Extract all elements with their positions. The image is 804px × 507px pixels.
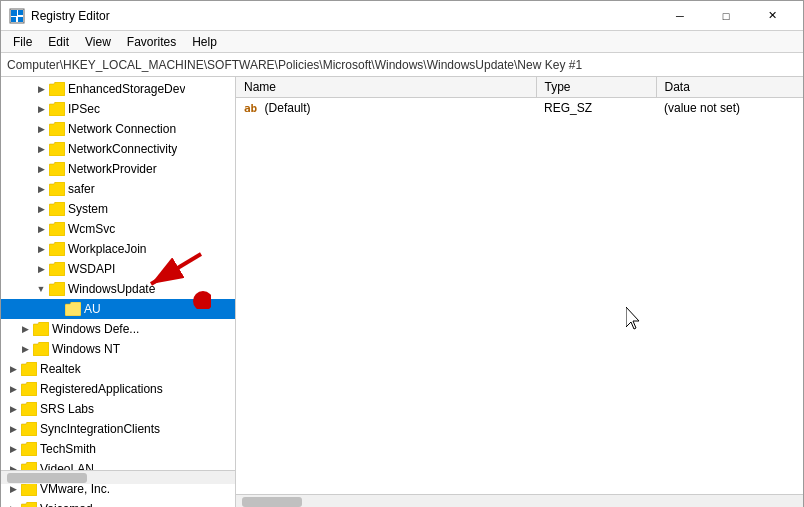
tree-item-registeredApplications[interactable]: RegisteredApplications bbox=[1, 379, 235, 399]
tree-label-networkConnection: Network Connection bbox=[68, 122, 176, 136]
menu-edit[interactable]: Edit bbox=[40, 32, 77, 52]
close-button[interactable]: ✕ bbox=[749, 1, 795, 31]
minimize-button[interactable]: ─ bbox=[657, 1, 703, 31]
folder-icon-enhancedStorageDev bbox=[49, 81, 65, 97]
tree-item-windowsDefender[interactable]: Windows Defe... bbox=[1, 319, 235, 339]
tree-item-wcmSvc[interactable]: WcmSvc bbox=[1, 219, 235, 239]
folder-icon-networkProvider bbox=[49, 161, 65, 177]
tree-label-realtek: Realtek bbox=[40, 362, 81, 376]
tree-item-ipsec[interactable]: IPSec bbox=[1, 99, 235, 119]
tree-item-srsLabs[interactable]: SRS Labs bbox=[1, 399, 235, 419]
expander-enhancedStorageDev[interactable] bbox=[33, 79, 49, 99]
col-header-type[interactable]: Type bbox=[536, 77, 656, 98]
expander-ipsec[interactable] bbox=[33, 99, 49, 119]
expander-windowsNT[interactable] bbox=[17, 339, 33, 359]
cell-data: (value not set) bbox=[656, 98, 803, 118]
title-bar: Registry Editor ─ □ ✕ bbox=[1, 1, 803, 31]
tree-label-safer: safer bbox=[68, 182, 95, 196]
tree-item-syncIntegrationClients[interactable]: SyncIntegrationClients bbox=[1, 419, 235, 439]
tree-label-networkProvider: NetworkProvider bbox=[68, 162, 157, 176]
tree-label-windowsNT: Windows NT bbox=[52, 342, 120, 356]
expander-syncIntegrationClients[interactable] bbox=[5, 419, 21, 439]
menu-view[interactable]: View bbox=[77, 32, 119, 52]
tree-item-networkConnection[interactable]: Network Connection bbox=[1, 119, 235, 139]
expander-au[interactable] bbox=[49, 299, 65, 319]
expander-realtek[interactable] bbox=[5, 359, 21, 379]
tree-scrollbar-thumb[interactable] bbox=[7, 473, 87, 483]
tree-item-networkProvider[interactable]: NetworkProvider bbox=[1, 159, 235, 179]
expander-safer[interactable] bbox=[33, 179, 49, 199]
window-controls: ─ □ ✕ bbox=[657, 1, 795, 31]
tree-panel[interactable]: EnhancedStorageDev IPSec Network Connect… bbox=[1, 77, 236, 507]
tree-label-wcmSvc: WcmSvc bbox=[68, 222, 115, 236]
main-container: EnhancedStorageDev IPSec Network Connect… bbox=[1, 77, 803, 507]
maximize-button[interactable]: □ bbox=[703, 1, 749, 31]
expander-srsLabs[interactable] bbox=[5, 399, 21, 419]
expander-windowsDefender[interactable] bbox=[17, 319, 33, 339]
folder-icon-au bbox=[65, 301, 81, 317]
menu-favorites[interactable]: Favorites bbox=[119, 32, 184, 52]
expander-voicemod[interactable] bbox=[5, 499, 21, 507]
tree-label-srsLabs: SRS Labs bbox=[40, 402, 94, 416]
app-icon bbox=[9, 8, 25, 24]
right-content: Name Type Data ab (Default) REG_SZ bbox=[236, 77, 803, 494]
tree-label-windowsUpdate: WindowsUpdate bbox=[68, 282, 155, 296]
reg-value-icon: ab bbox=[244, 102, 257, 115]
tree-item-realtek[interactable]: Realtek bbox=[1, 359, 235, 379]
menu-help[interactable]: Help bbox=[184, 32, 225, 52]
folder-icon-windowsDefender bbox=[33, 321, 49, 337]
tree-label-registeredApplications: RegisteredApplications bbox=[40, 382, 163, 396]
expander-windowsUpdate[interactable] bbox=[33, 279, 49, 299]
tree-label-au: AU bbox=[84, 302, 101, 316]
tree-label-voicemod: Voicemod bbox=[40, 502, 93, 507]
folder-icon-techSmith bbox=[21, 441, 37, 457]
tree-item-techSmith[interactable]: TechSmith bbox=[1, 439, 235, 459]
tree-item-voicemod[interactable]: Voicemod bbox=[1, 499, 235, 507]
svg-rect-2 bbox=[18, 10, 23, 15]
folder-icon-system bbox=[49, 201, 65, 217]
tree-item-system[interactable]: System bbox=[1, 199, 235, 219]
tree-item-windowsUpdate[interactable]: WindowsUpdate bbox=[1, 279, 235, 299]
tree-item-windowsNT[interactable]: Windows NT bbox=[1, 339, 235, 359]
tree-item-au[interactable]: AU bbox=[1, 299, 235, 319]
tree-label-ipsec: IPSec bbox=[68, 102, 100, 116]
horizontal-scrollbar[interactable] bbox=[236, 494, 803, 507]
folder-icon-wcmSvc bbox=[49, 221, 65, 237]
expander-registeredApplications[interactable] bbox=[5, 379, 21, 399]
svg-rect-3 bbox=[11, 17, 16, 22]
tree-label-vmware: VMware, Inc. bbox=[40, 482, 110, 496]
tree-label-system: System bbox=[68, 202, 108, 216]
tree-horizontal-scrollbar[interactable] bbox=[1, 470, 236, 484]
scrollbar-thumb[interactable] bbox=[242, 497, 302, 507]
reg-value-name: (Default) bbox=[265, 101, 311, 115]
tree-item-workplaceJoin[interactable]: WorkplaceJoin bbox=[1, 239, 235, 259]
expander-networkConnection[interactable] bbox=[33, 119, 49, 139]
tree-item-safer[interactable]: safer bbox=[1, 179, 235, 199]
cursor-indicator bbox=[626, 307, 646, 334]
table-row[interactable]: ab (Default) REG_SZ (value not set) bbox=[236, 98, 803, 118]
menu-file[interactable]: File bbox=[5, 32, 40, 52]
expander-networkProvider[interactable] bbox=[33, 159, 49, 179]
expander-system[interactable] bbox=[33, 199, 49, 219]
folder-icon-wsdapi bbox=[49, 261, 65, 277]
expander-networkConnectivity[interactable] bbox=[33, 139, 49, 159]
folder-icon-voicemod bbox=[21, 501, 37, 507]
expander-techSmith[interactable] bbox=[5, 439, 21, 459]
menu-bar: File Edit View Favorites Help bbox=[1, 31, 803, 53]
expander-wcmSvc[interactable] bbox=[33, 219, 49, 239]
tree-label-networkConnectivity: NetworkConnectivity bbox=[68, 142, 177, 156]
expander-wsdapi[interactable] bbox=[33, 259, 49, 279]
col-header-name[interactable]: Name bbox=[236, 77, 536, 98]
tree-item-enhancedStorageDev[interactable]: EnhancedStorageDev bbox=[1, 79, 235, 99]
tree-label-wsdapi: WSDAPI bbox=[68, 262, 115, 276]
tree-item-networkConnectivity[interactable]: NetworkConnectivity bbox=[1, 139, 235, 159]
expander-workplaceJoin[interactable] bbox=[33, 239, 49, 259]
tree-item-wsdapi[interactable]: WSDAPI bbox=[1, 259, 235, 279]
folder-icon-windowsNT bbox=[33, 341, 49, 357]
folder-icon-realtek bbox=[21, 361, 37, 377]
folder-icon-safer bbox=[49, 181, 65, 197]
address-bar: Computer\HKEY_LOCAL_MACHINE\SOFTWARE\Pol… bbox=[1, 53, 803, 77]
col-header-data[interactable]: Data bbox=[656, 77, 803, 98]
address-path: Computer\HKEY_LOCAL_MACHINE\SOFTWARE\Pol… bbox=[7, 58, 582, 72]
svg-rect-4 bbox=[18, 17, 23, 22]
